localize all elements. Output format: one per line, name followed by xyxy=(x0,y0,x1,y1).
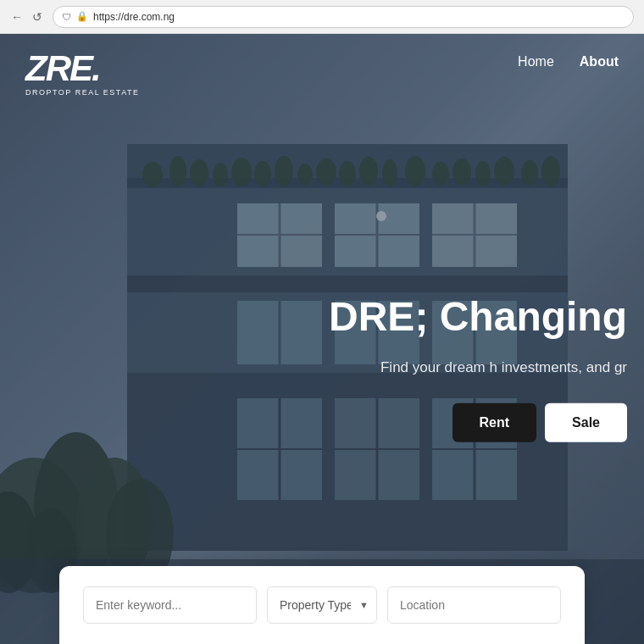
address-bar[interactable]: 🛡 🔒 https://dre.com.ng xyxy=(53,6,634,28)
browser-chrome: ← ↺ 🛡 🔒 https://dre.com.ng xyxy=(0,0,644,34)
hero-title: DRE; Changing xyxy=(329,295,627,340)
action-buttons: Rent Sale xyxy=(329,403,627,442)
hero-subtitle: Find your dream h investments, and gr xyxy=(329,357,627,379)
nav-links: Home About xyxy=(518,51,619,69)
location-input[interactable] xyxy=(387,586,561,624)
sale-button[interactable]: Sale xyxy=(545,403,627,442)
refresh-button[interactable]: ↺ xyxy=(31,10,44,24)
rent-button[interactable]: Rent xyxy=(452,403,537,442)
shield-icon: 🛡 xyxy=(62,12,71,22)
logo-tagline: DROPTOP REAL ESTATE xyxy=(25,88,140,97)
hero-content: DRE; Changing Find your dream h investme… xyxy=(329,295,627,442)
logo-area: ZRE. DROPTOP REAL ESTATE xyxy=(25,51,140,97)
lock-icon: 🔒 xyxy=(76,11,88,22)
nav-home-link[interactable]: Home xyxy=(518,54,554,69)
website-container: ZRE. DROPTOP REAL ESTATE Home About DRE;… xyxy=(0,34,644,644)
logo-main[interactable]: ZRE. xyxy=(25,51,140,86)
navbar: ZRE. DROPTOP REAL ESTATE Home About xyxy=(0,34,644,119)
search-bar: Property Type House Apartment Land Comme… xyxy=(59,566,585,644)
browser-controls: ← ↺ xyxy=(10,10,44,24)
url-text: https://dre.com.ng xyxy=(93,11,175,23)
nav-about-link[interactable]: About xyxy=(580,54,619,69)
property-type-select[interactable]: Property Type House Apartment Land Comme… xyxy=(267,586,377,624)
keyword-input[interactable] xyxy=(83,586,257,624)
back-button[interactable]: ← xyxy=(10,10,24,24)
property-type-wrapper: Property Type House Apartment Land Comme… xyxy=(267,586,377,624)
